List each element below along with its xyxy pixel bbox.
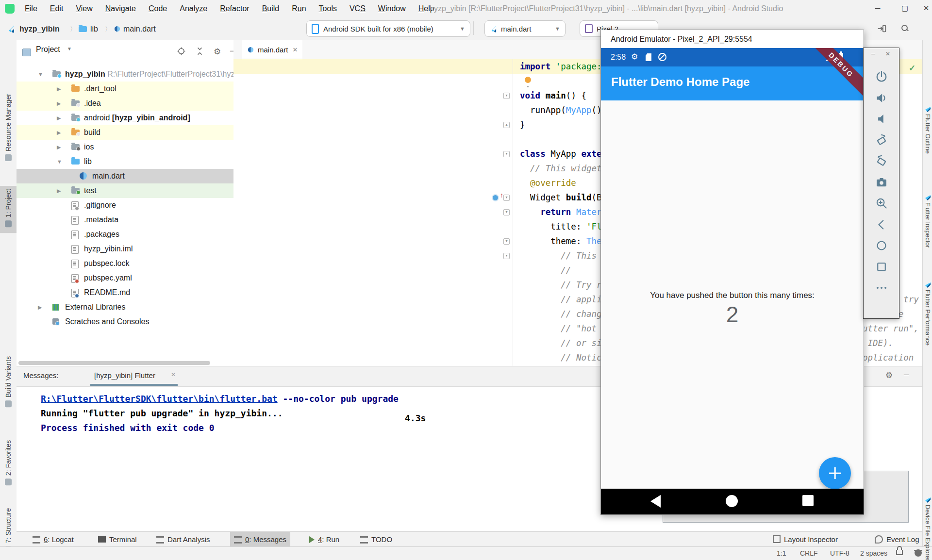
tree-expand-arrow[interactable]: ▼ — [38, 67, 43, 82]
fold-marker[interactable]: ▾ — [503, 253, 510, 259]
recents-nav-button[interactable] — [802, 495, 814, 506]
tree-expand-arrow[interactable]: ▶ — [57, 140, 61, 154]
editor-tab-main-dart[interactable]: main.dart ✕ — [242, 40, 302, 61]
toolwindow-button-todo[interactable]: TODO — [356, 532, 396, 546]
close-emulator-icon[interactable]: ✕ — [885, 50, 890, 57]
tree-item--gitignore[interactable]: .gitignore — [17, 198, 233, 213]
tree-item--packages[interactable]: .packages — [17, 227, 233, 242]
tree-item-scratches-and-consoles[interactable]: Scratches and Consoles — [17, 314, 233, 329]
screenshot-icon[interactable] — [874, 175, 889, 190]
search-everywhere-icon[interactable] — [901, 24, 909, 32]
inspections-ok-icon[interactable]: ✓ — [909, 63, 915, 73]
tree-expand-arrow[interactable]: ▶ — [57, 82, 61, 96]
breadcrumb-lib[interactable]: lib — [90, 17, 98, 40]
tree-item-pubspec-lock[interactable]: pubspec.lock — [17, 256, 233, 271]
menu-build[interactable]: Build — [256, 4, 286, 13]
menu-refactor[interactable]: Refactor — [214, 4, 255, 13]
caret-position[interactable]: 1:1 — [777, 547, 786, 560]
restore-window-button[interactable]: ▢ — [894, 0, 915, 17]
override-marker-icon[interactable] — [492, 194, 499, 201]
indent-setting[interactable]: 2 spaces — [860, 547, 887, 560]
rotate-left-icon[interactable] — [874, 133, 889, 148]
tree-item-main-dart[interactable]: main.dart — [17, 169, 233, 183]
menu-view[interactable]: View — [69, 4, 99, 13]
close-window-button[interactable]: ✕ — [915, 0, 932, 17]
rotate-right-icon[interactable] — [874, 154, 889, 168]
tree-expand-arrow[interactable]: ▶ — [57, 183, 61, 198]
toolwindow-button-4-run[interactable]: 4: Run — [305, 532, 343, 546]
tree-item-hyzp-yibin-iml[interactable]: hyzp_yibin.iml — [17, 242, 233, 256]
zoom-in-icon[interactable] — [874, 196, 889, 211]
minimize-emulator-icon[interactable]: – — [871, 49, 875, 57]
tree-item--metadata[interactable]: .metadata — [17, 213, 233, 227]
tree-item-android[interactable]: ▶android [hyzp_yibin_android] — [17, 111, 233, 125]
tree-item-test[interactable]: ▶test — [17, 183, 233, 198]
gear-icon[interactable]: ⚙ — [885, 371, 893, 379]
increment-fab-button[interactable] — [819, 457, 851, 489]
close-tab-icon[interactable]: ✕ — [293, 46, 298, 53]
tree-expand-arrow[interactable]: ▶ — [57, 96, 61, 111]
power-icon[interactable] — [874, 69, 889, 84]
toolwindow-button-event-log[interactable]: Event Log — [871, 532, 923, 546]
menu-vcs[interactable]: VCS — [343, 4, 372, 13]
tree-expand-arrow[interactable]: ▼ — [57, 154, 62, 169]
menu-edit[interactable]: Edit — [44, 4, 70, 13]
toolwindow-button-0-messages[interactable]: 0: Messages — [230, 532, 290, 546]
menu-tools[interactable]: Tools — [313, 4, 343, 13]
tree-item-external-libraries[interactable]: ▶External Libraries — [17, 300, 233, 314]
fold-marker[interactable]: ▾ — [503, 238, 510, 245]
emulator-title-bar[interactable]: Android Emulator - Pixel_2_API_29:5554 — [601, 30, 864, 48]
close-console-tab-icon[interactable]: ✕ — [171, 371, 176, 378]
stripe-tab-flutter-inspector[interactable]: Flutter Inspector — [923, 193, 932, 248]
tree-item-readme-md[interactable]: README.md — [17, 285, 233, 300]
unlock-icon[interactable] — [896, 550, 903, 555]
stripe-tab-resource-manager[interactable]: Resource Manager — [0, 91, 17, 167]
home-nav-button[interactable] — [726, 495, 738, 507]
breadcrumb-file[interactable]: main.dart — [123, 17, 156, 40]
tree-item--idea[interactable]: ▶.idea — [17, 96, 233, 111]
fold-marker[interactable]: ▾ — [503, 93, 510, 99]
toolwindow-button-layout-inspector[interactable]: Layout Inspector — [769, 532, 842, 546]
console-link[interactable]: R:\Flutter\FlutterSDK\flutter\bin\flutte… — [41, 394, 278, 404]
menu-navigate[interactable]: Navigate — [99, 4, 142, 13]
tree-item-ios[interactable]: ▶ios — [17, 140, 233, 154]
back-icon[interactable] — [874, 217, 889, 232]
menu-code[interactable]: Code — [142, 4, 173, 13]
flutter-console-tab[interactable]: [hyzp_yibin] Flutter — [94, 371, 155, 379]
menu-run[interactable]: Run — [285, 4, 312, 13]
more-icon[interactable] — [874, 280, 889, 295]
menu-window[interactable]: Window — [372, 4, 412, 13]
fold-marker[interactable]: ▴ — [503, 122, 510, 128]
stripe-tab-build-variants[interactable]: Build Variants — [0, 353, 17, 413]
menu-file[interactable]: File — [18, 4, 44, 13]
toolwindow-button-dart-analysis[interactable]: Dart Analysis — [152, 532, 214, 546]
toolwindow-button-6-logcat[interactable]: 6: Logcat — [29, 532, 78, 546]
fold-marker[interactable]: ▾ — [503, 209, 510, 215]
volume-up-icon[interactable] — [874, 91, 889, 105]
project-view-selector[interactable]: Project — [36, 45, 60, 54]
stripe-tab-1-project[interactable]: 1: Project — [0, 186, 17, 233]
back-nav-button[interactable] — [650, 495, 661, 508]
horizontal-scrollbar[interactable] — [18, 361, 210, 365]
fold-marker[interactable]: ▾ — [503, 151, 510, 157]
tree-item-hyzp-yibin[interactable]: ▼hyzp_yibin R:\FlutterProject\FlutterPro… — [17, 67, 233, 82]
tree-expand-arrow[interactable]: ▶ — [57, 111, 61, 125]
fold-marker[interactable]: ▾ — [503, 195, 510, 201]
breadcrumb-project[interactable]: hyzp_yibin — [19, 17, 60, 40]
volume-down-icon[interactable] — [874, 112, 889, 126]
hide-panel-icon[interactable]: ─ — [904, 370, 909, 379]
collapse-all-icon[interactable] — [195, 47, 204, 58]
toolwindow-button-terminal[interactable]: Terminal — [94, 532, 141, 546]
tree-item-lib[interactable]: ▼lib — [17, 154, 233, 169]
tree-expand-arrow[interactable]: ▶ — [57, 125, 61, 140]
menu-analyze[interactable]: Analyze — [173, 4, 214, 13]
stripe-tab-2-favorites[interactable]: 2: Favorites — [0, 437, 17, 491]
gear-icon[interactable]: ⚙ — [214, 48, 221, 56]
hector-inspector-icon[interactable] — [915, 549, 922, 557]
minimize-window-button[interactable]: ─ — [867, 0, 888, 17]
locate-file-icon[interactable] — [177, 47, 186, 58]
encoding[interactable]: UTF-8 — [830, 547, 849, 560]
emulator-screen[interactable]: 2:58 ⚙ Flutter Demo Home Page DEBUG You … — [601, 48, 864, 514]
stripe-tab-device-file-explorer[interactable]: Device File Explorer — [923, 495, 932, 560]
tree-expand-arrow[interactable]: ▶ — [38, 300, 42, 314]
